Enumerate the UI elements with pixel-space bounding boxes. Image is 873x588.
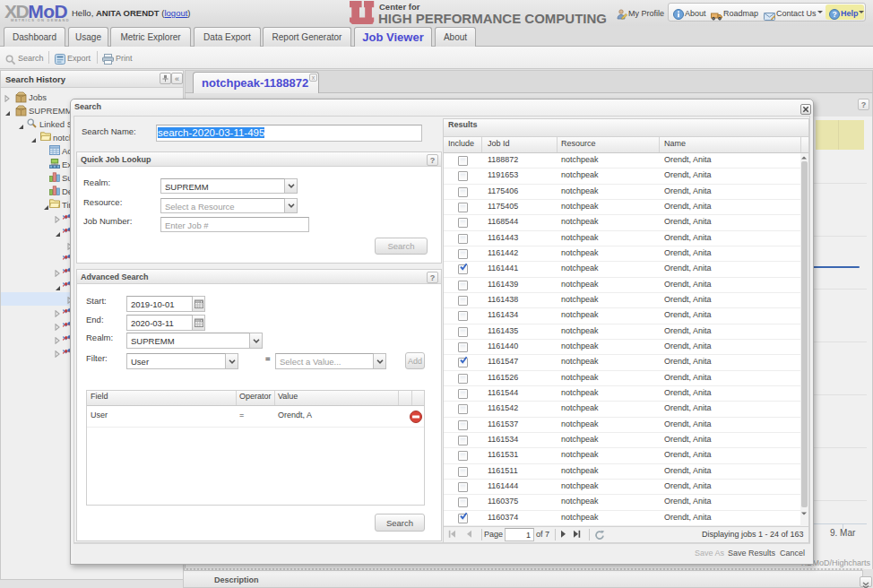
svg-text:?: ? [832, 10, 836, 19]
